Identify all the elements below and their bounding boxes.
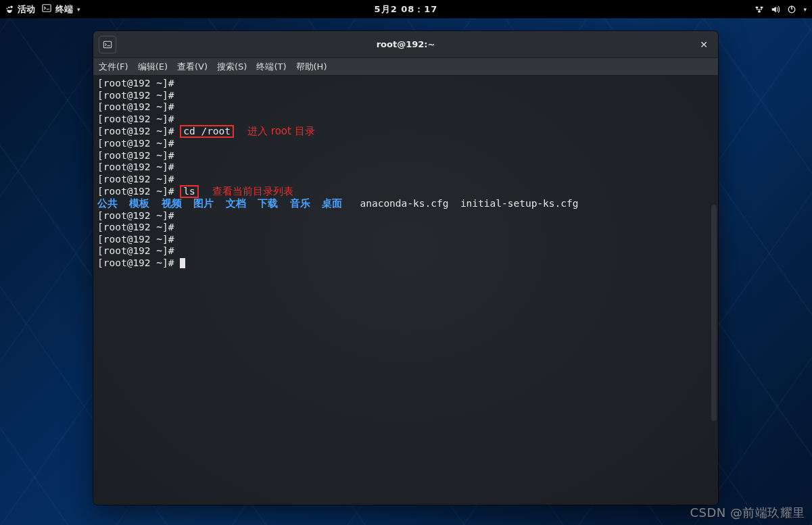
topbar-right: ▾ (755, 5, 807, 14)
menu-edit[interactable]: 编辑(E) (138, 61, 168, 73)
terminal-app-icon (42, 3, 51, 15)
topbar-clock[interactable]: 5月2 08：17 (375, 3, 438, 16)
topbar-left: 活动 终端 ▾ (5, 3, 80, 16)
menu-search[interactable]: 搜索(S) (217, 61, 247, 73)
volume-icon[interactable] (771, 5, 780, 14)
gnome-topbar: 活动 终端 ▾ 5月2 08：17 ▾ (0, 0, 812, 18)
svg-rect-9 (103, 41, 111, 48)
chevron-down-icon: ▾ (77, 6, 80, 13)
power-icon[interactable] (787, 5, 796, 14)
terminal-output[interactable]: [root@192 ~]# [root@192 ~]# [root@192 ~]… (93, 76, 718, 505)
menu-file[interactable]: 文件(F) (99, 61, 128, 73)
menu-terminal[interactable]: 终端(T) (256, 61, 286, 73)
menu-view[interactable]: 查看(V) (177, 61, 208, 73)
svg-rect-3 (43, 5, 51, 12)
svg-rect-4 (756, 6, 759, 8)
window-title: root@192:~ (377, 39, 435, 49)
scrollbar[interactable] (711, 205, 717, 421)
gnome-logo-icon (5, 5, 14, 14)
menu-help[interactable]: 帮助(H) (296, 61, 327, 73)
close-button[interactable]: ✕ (695, 36, 713, 53)
svg-point-0 (10, 5, 12, 7)
open-app-label: 终端 (55, 3, 73, 16)
activities-label: 活动 (18, 3, 35, 16)
svg-rect-6 (759, 10, 761, 12)
svg-rect-5 (761, 6, 763, 8)
chevron-down-icon: ▾ (803, 6, 807, 13)
terminal-window: root@192:~ ✕ 文件(F) 编辑(E) 查看(V) 搜索(S) 终端(… (93, 31, 718, 505)
open-app-button[interactable]: 终端 ▾ (42, 3, 80, 16)
svg-point-2 (7, 7, 8, 9)
network-icon[interactable] (755, 5, 764, 14)
activities-button[interactable]: 活动 (5, 3, 35, 16)
new-tab-button[interactable] (99, 36, 116, 53)
menubar: 文件(F) 编辑(E) 查看(V) 搜索(S) 终端(T) 帮助(H) (93, 58, 718, 76)
terminal-area: [root@192 ~]# [root@192 ~]# [root@192 ~]… (93, 76, 718, 505)
window-titlebar[interactable]: root@192:~ ✕ (93, 31, 718, 58)
svg-point-1 (8, 6, 9, 7)
watermark: CSDN @前端玖耀里 (690, 505, 805, 521)
